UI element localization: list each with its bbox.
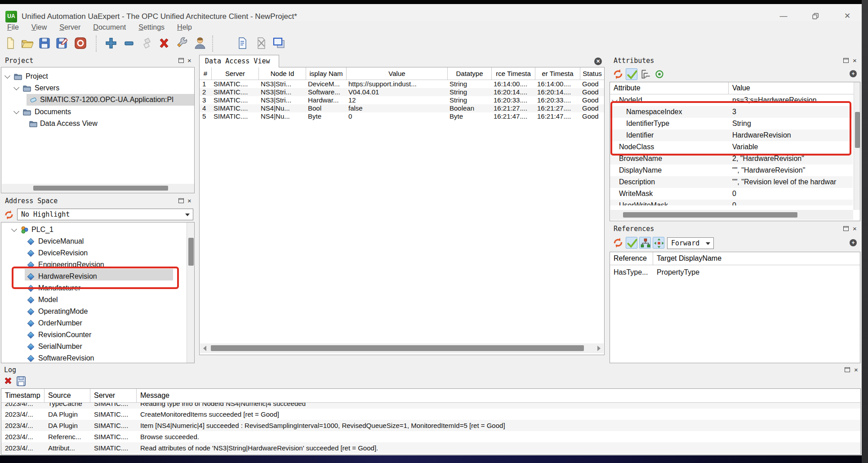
- open-project-icon[interactable]: [21, 36, 34, 50]
- highlight-filter-select[interactable]: No Highlight: [17, 209, 193, 220]
- save-project-icon[interactable]: [38, 36, 51, 50]
- col-header-value[interactable]: Value: [347, 67, 448, 80]
- col-header-displayname[interactable]: isplay Nam: [306, 67, 347, 80]
- refresh-icon[interactable]: [612, 68, 624, 80]
- menu-server[interactable]: Server: [59, 23, 80, 31]
- remove-item-icon[interactable]: [157, 36, 171, 50]
- address-space-vscrollbar[interactable]: [187, 223, 195, 363]
- log-close-button[interactable]: ×: [854, 367, 858, 373]
- attributes-vscrollbar[interactable]: [854, 82, 860, 210]
- col-header-target-displayname[interactable]: Target DisplayName: [653, 252, 854, 265]
- col-header-message[interactable]: Message: [137, 389, 860, 402]
- auto-update-icon[interactable]: [626, 68, 637, 80]
- col-header-attribute[interactable]: Attribute: [610, 82, 729, 94]
- col-header-status[interactable]: Status: [580, 67, 604, 80]
- attribute-row-browsename[interactable]: BrowseName 2, "HardwareRevision": [610, 153, 853, 165]
- project-hscrollbar[interactable]: [2, 184, 194, 193]
- hierarchy-icon[interactable]: [639, 237, 651, 249]
- address-space-refresh-icon[interactable]: [4, 209, 14, 220]
- new-project-icon[interactable]: [4, 36, 17, 50]
- dav-close-icon[interactable]: ✕: [594, 58, 602, 65]
- col-header-datatype[interactable]: Datatype: [448, 67, 492, 80]
- scrollbar-thumb[interactable]: [33, 186, 168, 191]
- add-reference-icon[interactable]: +: [850, 239, 857, 246]
- change-user-icon[interactable]: [193, 36, 207, 50]
- save-project-as-icon[interactable]: [55, 36, 68, 50]
- chevron-down-icon[interactable]: [11, 226, 17, 232]
- refresh-icon[interactable]: [612, 237, 624, 249]
- attribute-row-writemask[interactable]: WriteMask 0: [610, 188, 853, 200]
- dav-hscrollbar[interactable]: [200, 343, 604, 353]
- col-header-source[interactable]: Source: [45, 389, 90, 402]
- col-header-source-timestamp[interactable]: rce Timesta: [492, 67, 535, 80]
- expand-hierarchy-icon[interactable]: [640, 68, 652, 80]
- col-header-server-timestamp[interactable]: er Timesta: [535, 67, 580, 80]
- col-header-index[interactable]: #: [200, 67, 212, 80]
- menu-view[interactable]: View: [31, 23, 47, 31]
- log-row[interactable]: 2023/4/... DA Plugin SIMATIC.... CreateM…: [1, 409, 860, 420]
- col-header-reference[interactable]: Reference: [610, 252, 653, 265]
- attribute-row-description[interactable]: Description "", "Revision level of the h…: [610, 176, 853, 188]
- log-row[interactable]: 2023/4/... Attribut... SIMATIC.... Read …: [1, 442, 860, 454]
- add-attribute-icon[interactable]: +: [850, 70, 857, 77]
- attribute-row-identifier[interactable]: Identifier HardwareRevision: [610, 129, 853, 141]
- references-float-button[interactable]: [843, 226, 849, 231]
- log-row[interactable]: 2023/4/... DA Plugin SIMATIC.... Item [N…: [1, 420, 860, 431]
- auto-update-icon[interactable]: [626, 237, 637, 249]
- chevron-down-icon[interactable]: [13, 85, 19, 90]
- table-row[interactable]: 4 SIMATIC.... NS4|Nu... Bool false Boole…: [200, 104, 604, 112]
- scroll-right-icon[interactable]: [597, 346, 601, 351]
- settings-wrench-icon[interactable]: [175, 36, 189, 50]
- chevron-down-icon[interactable]: [612, 97, 618, 103]
- references-close-button[interactable]: ×: [853, 226, 857, 232]
- add-server-icon[interactable]: [104, 36, 118, 50]
- reference-row[interactable]: HasType... PropertyType: [610, 267, 853, 278]
- add-window-icon[interactable]: [272, 36, 286, 50]
- menu-help[interactable]: Help: [177, 23, 192, 31]
- scroll-left-icon[interactable]: [203, 346, 206, 351]
- menu-document[interactable]: Document: [93, 23, 126, 31]
- project-float-button[interactable]: [178, 58, 184, 63]
- col-header-value[interactable]: Value: [729, 82, 854, 94]
- menu-settings[interactable]: Settings: [138, 23, 165, 31]
- target-icon[interactable]: [654, 68, 665, 80]
- disconnect-server-icon[interactable]: [74, 36, 87, 50]
- table-row[interactable]: 1 SIMATIC.... NS3|Stri... DeviceM... htt…: [200, 80, 604, 88]
- four-arrows-icon[interactable]: [653, 237, 664, 249]
- chevron-down-icon[interactable]: [13, 108, 19, 114]
- attribute-row-namespaceindex[interactable]: NamespaceIndex 3: [610, 106, 853, 118]
- col-header-timestamp[interactable]: Timestamp: [1, 389, 45, 402]
- attribute-row-userwritemask[interactable]: UserWriteMask 0: [610, 200, 853, 205]
- tab-data-access-view[interactable]: Data Access View: [199, 55, 279, 67]
- attribute-row-nodeclass[interactable]: NodeClass Variable: [610, 141, 853, 153]
- table-row[interactable]: 2 SIMATIC.... NS3|Stri... Software... V0…: [200, 88, 604, 96]
- scrollbar-thumb[interactable]: [623, 212, 797, 218]
- col-header-server[interactable]: Server: [90, 389, 137, 402]
- menu-file[interactable]: File: [7, 23, 19, 31]
- direction-select[interactable]: Forward: [667, 237, 714, 249]
- remove-server-icon[interactable]: [122, 36, 136, 50]
- address-space-close-button[interactable]: ×: [187, 198, 191, 204]
- attribute-row-nodeid[interactable]: NodeId ns=3;s=HardwareRevision: [610, 94, 853, 106]
- attributes-float-button[interactable]: [843, 58, 849, 63]
- log-row[interactable]: 2023/4/... Referenc... SIMATIC.... Brows…: [1, 431, 860, 442]
- table-row[interactable]: 3 SIMATIC.... NS3|Stri... Hardwar... 12 …: [200, 96, 604, 104]
- address-space-float-button[interactable]: [178, 198, 184, 203]
- attribute-row-displayname[interactable]: DisplayName "", "HardwareRevision": [610, 165, 853, 176]
- col-header-nodeid[interactable]: Node Id: [259, 67, 306, 80]
- scrollbar-thumb[interactable]: [188, 238, 194, 266]
- attributes-close-button[interactable]: ×: [853, 58, 857, 63]
- table-row[interactable]: 5 SIMATIC.... NS4|Nu... Byte 0 Byte 16:2…: [200, 112, 604, 120]
- attribute-row-identifiertype[interactable]: IdentifierType String: [610, 118, 853, 129]
- log-row[interactable]: 2023/4/... TypeCache SIMATIC.... Reading…: [1, 403, 860, 409]
- scrollbar-thumb[interactable]: [855, 112, 860, 148]
- save-log-icon[interactable]: [16, 376, 26, 387]
- log-float-button[interactable]: [845, 367, 850, 372]
- title-bar[interactable]: UA Unified Automation UaExpert - The OPC…: [0, 4, 862, 21]
- col-header-server[interactable]: Server: [212, 67, 259, 80]
- scrollbar-thumb[interactable]: [211, 345, 584, 351]
- clear-log-icon[interactable]: [4, 377, 13, 386]
- project-close-button[interactable]: ×: [187, 58, 191, 63]
- add-document-icon[interactable]: [236, 36, 249, 50]
- attributes-hscrollbar[interactable]: [610, 210, 853, 220]
